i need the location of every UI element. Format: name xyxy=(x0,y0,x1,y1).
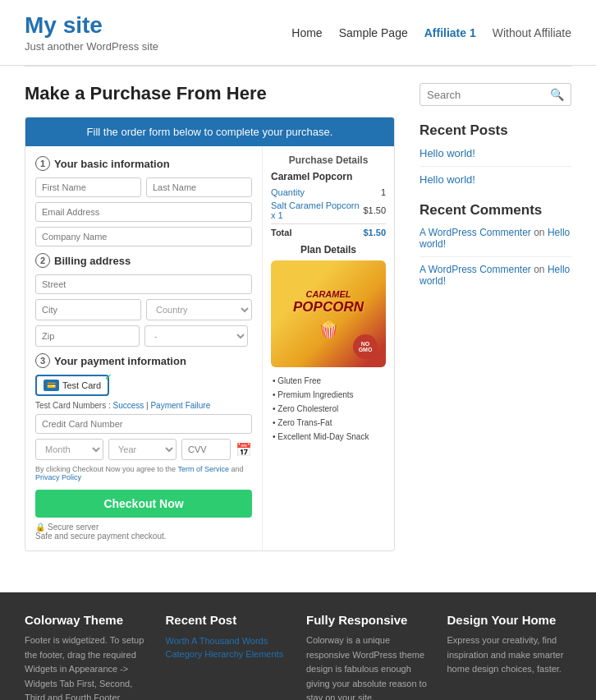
lock-icon: 🔒 xyxy=(35,523,45,532)
month-select[interactable]: Month xyxy=(35,439,103,460)
comment-author-2[interactable]: A WordPress Commenter xyxy=(419,264,531,275)
year-select[interactable]: Year xyxy=(108,439,177,460)
footer-widget-1-title: Colorway Theme xyxy=(25,613,149,627)
calendar-icon: 📅 xyxy=(236,439,252,460)
test-card-numbers: Test Card Numbers : Success | Payment Fa… xyxy=(35,401,252,410)
page-title: Make a Purchase From Here xyxy=(25,83,395,104)
post-divider-1 xyxy=(419,166,571,167)
item-row: Salt Caramel Popcorn x 1 $1.50 xyxy=(271,200,386,220)
last-name-input[interactable] xyxy=(146,177,252,197)
footer-post-link-2[interactable]: Category Hierarchy Elements xyxy=(166,649,284,659)
total-label: Total xyxy=(271,228,291,237)
zip-input[interactable] xyxy=(35,325,140,347)
feature-2: Premium Ingredients xyxy=(271,388,386,402)
success-link[interactable]: Success xyxy=(112,401,144,410)
comment-2: A WordPress Commenter on Hello world! xyxy=(419,264,571,287)
product-name: Caramel Popcorn xyxy=(271,171,386,182)
footer-widget-3-title: Fully Responsive xyxy=(306,613,431,627)
section3-title: 3 Your payment information xyxy=(35,353,252,368)
section2-num: 2 xyxy=(35,253,50,268)
company-row xyxy=(35,227,252,246)
search-box[interactable]: 🔍 xyxy=(419,83,571,106)
footer-widgets: Colorway Theme Footer is widgetized. To … xyxy=(25,613,571,700)
comment-1: A WordPress Commenter on Hello world! xyxy=(419,227,571,250)
first-name-input[interactable] xyxy=(35,177,141,197)
main-nav: Home Sample Page Affiliate 1 Without Aff… xyxy=(291,26,571,39)
search-input[interactable] xyxy=(427,89,550,101)
recent-comments-title: Recent Comments xyxy=(419,202,571,219)
plan-features: Gluten Free Premium Ingredients Zero Cho… xyxy=(271,374,386,444)
nav-home[interactable]: Home xyxy=(291,26,322,39)
nav-without-affiliate[interactable]: Without Affiliate xyxy=(493,26,571,39)
no-gmo-badge: NOGMO xyxy=(353,334,378,359)
privacy-link[interactable]: Privacy Policy xyxy=(35,473,81,481)
feature-4: Zero Trans-Fat xyxy=(271,416,386,430)
nav-affiliate1[interactable]: Affiliate 1 xyxy=(424,26,476,39)
recent-comments-section: Recent Comments A WordPress Commenter on… xyxy=(419,202,571,287)
item-label: Salt Caramel Popcorn x 1 xyxy=(271,200,363,220)
name-row xyxy=(35,177,252,197)
secure-desc: Safe and secure payment checkout. xyxy=(35,532,252,541)
recent-posts-section: Recent Posts Hello world! Hello world! xyxy=(419,122,571,186)
footer-dark: Colorway Theme Footer is widgetized. To … xyxy=(0,592,596,700)
quantity-label: Quantity xyxy=(271,187,305,197)
total-price: $1.50 xyxy=(363,228,386,237)
comment-author-1[interactable]: A WordPress Commenter xyxy=(419,227,531,238)
total-row: Total $1.50 xyxy=(271,223,386,237)
check-icon: ✓ xyxy=(104,371,112,383)
zip-extra-select[interactable]: - xyxy=(144,325,249,347)
feature-3: Zero Cholesterol xyxy=(271,402,386,416)
section1-title: 1 Your basic information xyxy=(35,156,252,171)
credit-card-row xyxy=(35,414,252,434)
main-wrapper: Make a Purchase From Here Fill the order… xyxy=(0,67,596,568)
footer-widget-3-text: Colorway is a unique responsive WordPres… xyxy=(306,633,431,700)
secure-server: 🔒 Secure server xyxy=(35,523,252,532)
footer-widget-3: Fully Responsive Colorway is a unique re… xyxy=(306,613,431,700)
footer-widget-2: Recent Post Worth A Thousand Words Categ… xyxy=(166,613,291,700)
city-input[interactable] xyxy=(35,299,141,320)
card-details-row: Month Year 📅 xyxy=(35,439,252,460)
post-link-1[interactable]: Hello world! xyxy=(419,147,571,159)
footer-widget-1: Colorway Theme Footer is widgetized. To … xyxy=(25,613,149,700)
footer-widget-4-title: Design Your Home xyxy=(447,613,572,627)
post-link-2[interactable]: Hello world! xyxy=(419,173,571,186)
item-price: $1.50 xyxy=(363,205,386,215)
purchase-right: Purchase Details Caramel Popcorn Quantit… xyxy=(263,146,394,550)
recent-posts-title: Recent Posts xyxy=(419,122,571,139)
checkout-button[interactable]: Checkout Now xyxy=(35,490,252,518)
plan-details-title: Plan Details xyxy=(271,244,386,256)
purchase-body: 1 Your basic information xyxy=(25,146,394,550)
terms-link[interactable]: Term of Service xyxy=(177,465,229,473)
site-title[interactable]: My site xyxy=(25,12,158,39)
street-input[interactable] xyxy=(35,274,252,294)
payment-method-btn[interactable]: 💳 Test Card ✓ xyxy=(35,375,109,396)
country-select[interactable]: Country xyxy=(146,299,252,320)
footer-widget-1-text: Footer is widgetized. To setup the foote… xyxy=(25,633,149,700)
footer-widget-4: Design Your Home Express your creativity… xyxy=(447,613,572,700)
sidebar: 🔍 Recent Posts Hello world! Hello world!… xyxy=(419,83,571,551)
section3-num: 3 xyxy=(35,353,50,368)
zip-row: - xyxy=(35,325,252,347)
popcorn-image: CARAMEL POPCORN 🍿 NOGMO xyxy=(271,260,386,367)
footer-widget-2-title: Recent Post xyxy=(166,613,291,627)
popcorn-label: CARAMEL POPCORN 🍿 xyxy=(293,289,364,339)
payment-failure-link[interactable]: Payment Failure xyxy=(150,401,210,410)
site-header: My site Just another WordPress site Home… xyxy=(0,0,596,66)
company-input[interactable] xyxy=(35,227,252,246)
comment-divider-1 xyxy=(419,256,571,257)
quantity-row: Quantity 1 xyxy=(271,187,386,197)
footer-post-link-1[interactable]: Worth A Thousand Words xyxy=(166,636,268,646)
email-input[interactable] xyxy=(35,202,252,222)
credit-card-input[interactable] xyxy=(35,414,252,434)
feature-1: Gluten Free xyxy=(271,374,386,388)
search-icon: 🔍 xyxy=(550,88,564,101)
content-area: Make a Purchase From Here Fill the order… xyxy=(25,83,395,551)
footer-widget-4-text: Express your creativity, find inspiratio… xyxy=(447,633,572,677)
site-branding: My site Just another WordPress site xyxy=(25,12,158,53)
city-country-row: Country xyxy=(35,299,252,320)
nav-sample-page[interactable]: Sample Page xyxy=(339,26,408,39)
cvv-input[interactable] xyxy=(181,439,231,460)
email-row xyxy=(35,202,252,222)
feature-5: Excellent Mid-Day Snack xyxy=(271,430,386,444)
terms-text: By clicking Checkout Now you agree to th… xyxy=(35,465,252,481)
